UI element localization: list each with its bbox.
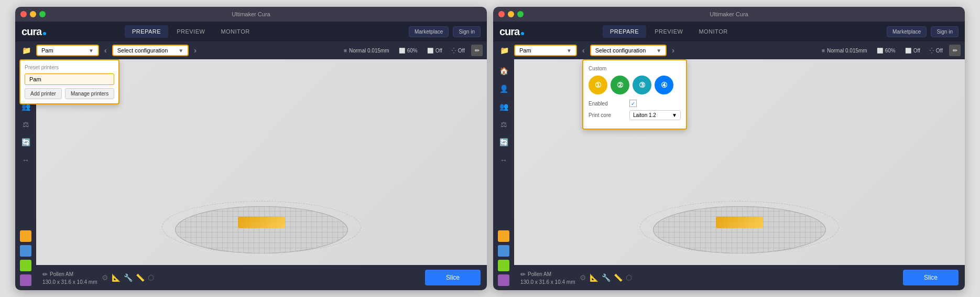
swatch-green-right[interactable] — [498, 260, 509, 271]
quality-icon-left: ≡ — [344, 48, 347, 54]
marketplace-btn-left[interactable]: Marketplace — [409, 26, 449, 37]
toolbar-right: 📁 Pam ▼ ‹ Select configuration ▼ › ≡ Nor… — [493, 41, 965, 59]
infill-icon-left: ⬜ — [399, 48, 405, 54]
bottom-icon-1-left[interactable]: ⚙ — [102, 273, 108, 282]
sidebar-icon-rotate-right[interactable]: 🔄 — [496, 135, 511, 150]
support-label-right: Off — [913, 48, 920, 54]
bottom-icon-2-right[interactable]: 📐 — [590, 273, 598, 282]
tab-monitor-right[interactable]: MONITOR — [691, 25, 735, 38]
pencil-btn-right[interactable]: ✏ — [949, 45, 961, 56]
bottom-bar-right: ✏ Pollen AM 130.0 x 31.6 x 10.4 mm ⚙ 📐 🔧… — [514, 265, 965, 290]
header-right-right: Marketplace Sign in — [887, 26, 959, 37]
signin-btn-right[interactable]: Sign in — [931, 26, 959, 37]
tab-monitor-left[interactable]: MONITOR — [213, 25, 257, 38]
bottom-icon-4-right[interactable]: 📏 — [614, 273, 623, 282]
sidebar-icon-mirror-right[interactable]: ↔ — [496, 153, 511, 167]
close-button-left[interactable] — [20, 11, 27, 17]
sidebar-icon-mirror-left[interactable]: ↔ — [18, 153, 33, 167]
bottom-info-left: ✏ Pollen AM 130.0 x 31.6 x 10.4 mm — [42, 271, 97, 285]
swatch-blue-left[interactable] — [20, 245, 31, 257]
quality-setting-left: ≡ Normal 0.015mm — [341, 46, 393, 55]
printer-dropdown-right[interactable]: Pam ▼ — [514, 45, 577, 56]
support-icon-left: ⬜ — [427, 48, 433, 54]
extruder-1-right[interactable]: ① — [589, 76, 607, 94]
sidebar-right: 🏠 👤 👥 ⚖ 🔄 ↔ — [493, 59, 514, 290]
slice-btn-right[interactable]: Slice — [903, 270, 959, 285]
add-printer-btn-left[interactable]: Add printer — [25, 88, 62, 99]
printcore-row-right: Print core Laiton 1.2 ▼ — [589, 110, 681, 120]
tab-prepare-left[interactable]: PREPARE — [125, 25, 168, 38]
folder-icon-left[interactable]: 📁 — [19, 44, 33, 57]
config-dropdown-right[interactable]: Select configuration ▼ — [590, 45, 667, 56]
swatch-orange-right[interactable] — [498, 230, 509, 242]
left-window: Ultimaker Cura cura PREPARE PREVIEW MONI… — [15, 7, 487, 290]
sidebar-icon-user-right[interactable]: 👤 — [496, 81, 511, 96]
printer-item-pam-left[interactable]: Pam — [25, 73, 114, 85]
logo-dot-left — [43, 32, 46, 35]
header-right: cura PREPARE PREVIEW MONITOR Marketplace… — [493, 22, 965, 41]
nav-left-btn-left[interactable]: ‹ — [102, 45, 109, 56]
bottom-icon-3-left[interactable]: 🔧 — [124, 273, 133, 282]
bottom-icon-1-right[interactable]: ⚙ — [580, 273, 586, 282]
swatch-purple-left[interactable] — [20, 274, 31, 286]
sidebar-icon-scale-left[interactable]: ⚖ — [18, 117, 33, 132]
config-custom-label-right: Custom — [589, 66, 681, 71]
viewport-right[interactable]: ✏ Pollen AM 130.0 x 31.6 x 10.4 mm ⚙ 📐 🔧… — [514, 59, 965, 290]
logo-text-right: cura — [499, 26, 519, 38]
sidebar-icon-rotate-left[interactable]: 🔄 — [18, 135, 33, 150]
adhesion-label-right: Off — [936, 48, 943, 54]
extruder-4-right[interactable]: ④ — [655, 76, 673, 94]
maximize-button-right[interactable] — [517, 11, 524, 17]
tab-preview-left[interactable]: PREVIEW — [169, 25, 212, 38]
swatch-green-left[interactable] — [20, 260, 31, 271]
swatch-blue-right[interactable] — [498, 245, 509, 257]
close-button-right[interactable] — [498, 11, 505, 17]
extruder-2-right[interactable]: ② — [611, 76, 629, 94]
sidebar-icon-home-right[interactable]: 🏠 — [496, 63, 511, 78]
printer-name-left: Pam — [41, 47, 53, 54]
adhesion-label-left: Off — [458, 48, 465, 54]
slice-btn-left[interactable]: Slice — [425, 270, 481, 285]
extruder-3-right[interactable]: ③ — [633, 76, 651, 94]
maximize-button-left[interactable] — [39, 11, 46, 17]
info-name-right: Pollen AM — [528, 271, 551, 277]
nav-right-btn-right[interactable]: › — [670, 45, 677, 56]
swatch-orange-left[interactable] — [20, 230, 31, 242]
quality-setting-right: ≡ Normal 0.015mm — [819, 46, 870, 55]
config-label-right: Select configuration — [595, 47, 646, 54]
nav-left-btn-right[interactable]: ‹ — [580, 45, 587, 56]
logo-left: cura — [21, 26, 46, 38]
tab-prepare-right[interactable]: PREPARE — [603, 25, 646, 38]
adhesion-icon-left: ⁛ — [452, 48, 456, 54]
tab-preview-right[interactable]: PREVIEW — [647, 25, 690, 38]
sidebar-icon-scale-right[interactable]: ⚖ — [496, 117, 511, 132]
enabled-checkbox-right[interactable]: ✓ — [629, 100, 637, 107]
bottom-icon-5-right[interactable]: ⬡ — [626, 273, 632, 282]
sidebar-icon-users-right[interactable]: 👥 — [496, 99, 511, 114]
signin-btn-left[interactable]: Sign in — [453, 26, 481, 37]
manage-printers-btn-left[interactable]: Manage printers — [65, 88, 114, 99]
sidebar-bottom-left — [20, 230, 31, 286]
marketplace-btn-right[interactable]: Marketplace — [887, 26, 927, 37]
swatch-purple-right[interactable] — [498, 274, 509, 286]
bottom-icon-2-left[interactable]: 📐 — [112, 273, 121, 282]
nav-right-btn-left[interactable]: › — [192, 45, 199, 56]
printer-arrow-left: ▼ — [89, 48, 94, 54]
bottom-icons-left: ⚙ 📐 🔧 📏 ⬡ — [102, 273, 154, 282]
pencil-btn-left[interactable]: ✏ — [471, 45, 483, 56]
support-label-left: Off — [435, 48, 442, 54]
bottom-icon-5-left[interactable]: ⬡ — [148, 273, 154, 282]
enabled-row-right: Enabled ✓ — [589, 100, 681, 107]
minimize-button-left[interactable] — [30, 11, 36, 17]
minimize-button-right[interactable] — [508, 11, 514, 17]
traffic-lights-right — [498, 11, 524, 17]
bottom-icon-3-right[interactable]: 🔧 — [602, 273, 611, 282]
bottom-icons-right: ⚙ 📐 🔧 📏 ⬡ — [580, 273, 632, 282]
printer-dropdown-left[interactable]: Pam ▼ — [36, 45, 99, 56]
title-text-right: Ultimaker Cura — [710, 11, 748, 17]
printcore-select-right[interactable]: Laiton 1.2 ▼ — [629, 110, 681, 120]
bottom-icon-4-left[interactable]: 📏 — [136, 273, 145, 282]
folder-icon-right[interactable]: 📁 — [497, 44, 511, 57]
config-dropdown-left[interactable]: Select configuration ▼ — [112, 45, 189, 56]
config-label-left: Select configuration — [117, 47, 168, 54]
